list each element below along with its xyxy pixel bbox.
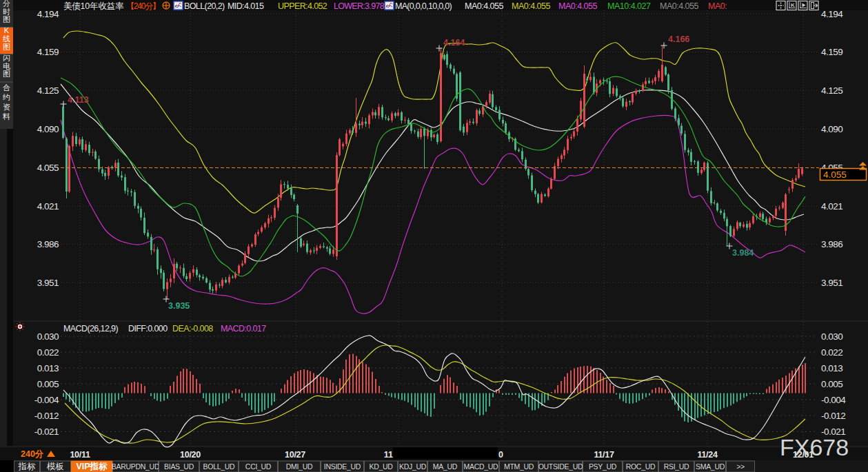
svg-text:4.164: 4.164 xyxy=(443,38,465,48)
svg-text:PSY_UD: PSY_UD xyxy=(589,462,617,471)
svg-text:模板: 模板 xyxy=(46,462,64,471)
svg-text:分: 分 xyxy=(3,0,10,8)
svg-text:4.113: 4.113 xyxy=(68,95,89,105)
svg-text:约: 约 xyxy=(2,93,10,101)
svg-text:OUTSIDE_UD: OUTSIDE_UD xyxy=(538,462,583,471)
svg-text:合: 合 xyxy=(3,83,10,92)
svg-text:MA0:4.055: MA0:4.055 xyxy=(660,1,699,11)
svg-text:CCI_UD: CCI_UD xyxy=(245,462,272,471)
svg-text:BOLL_UD: BOLL_UD xyxy=(203,462,235,471)
svg-text:11: 11 xyxy=(384,450,393,460)
svg-text:线: 线 xyxy=(3,34,10,43)
svg-text:240分: 240分 xyxy=(21,449,44,459)
svg-text:KDJ_UD: KDJ_UD xyxy=(399,462,427,471)
svg-text:MA0:4.055: MA0:4.055 xyxy=(558,1,598,11)
svg-text:3.986: 3.986 xyxy=(821,239,842,249)
svg-text:0.022: 0.022 xyxy=(821,347,842,358)
svg-text:资: 资 xyxy=(3,103,10,111)
svg-text:KD_UD: KD_UD xyxy=(369,462,393,471)
svg-text:ROC_UD: ROC_UD xyxy=(626,462,656,471)
svg-text:指标: 指标 xyxy=(18,462,37,471)
svg-text:VIP指标: VIP指标 xyxy=(76,462,108,471)
svg-text:4.055: 4.055 xyxy=(823,170,847,180)
svg-text:BIAS_UD: BIAS_UD xyxy=(164,462,194,471)
svg-text:K: K xyxy=(791,2,795,8)
svg-text:4.090: 4.090 xyxy=(821,124,842,134)
svg-text:料: 料 xyxy=(2,112,10,121)
svg-text:4.125: 4.125 xyxy=(821,85,842,96)
svg-text:图: 图 xyxy=(3,43,10,51)
svg-text:DMI_UD: DMI_UD xyxy=(286,462,313,471)
svg-text:MA0:4.055: MA0:4.055 xyxy=(465,1,504,11)
svg-text:MID:4.015: MID:4.015 xyxy=(228,1,264,11)
svg-text:3.951: 3.951 xyxy=(37,278,59,288)
svg-text:LOWER:3.978: LOWER:3.978 xyxy=(334,1,385,11)
svg-text:BARUPDN_UD: BARUPDN_UD xyxy=(112,462,160,471)
svg-text:FX678: FX678 xyxy=(780,434,849,460)
svg-text:【240分】: 【240分】 xyxy=(126,1,160,11)
svg-text:MA(0,0,0,10,0,0): MA(0,0,0,10,0,0) xyxy=(395,1,452,11)
svg-text:电: 电 xyxy=(3,62,10,70)
svg-text:4.159: 4.159 xyxy=(821,47,842,57)
svg-text:-0.012: -0.012 xyxy=(34,411,59,421)
svg-text:>>: >> xyxy=(736,462,745,471)
svg-text:4.125: 4.125 xyxy=(37,85,59,96)
svg-text:MA10:4.027: MA10:4.027 xyxy=(607,1,651,11)
svg-text:图: 图 xyxy=(3,15,10,23)
svg-text:3.984: 3.984 xyxy=(732,248,754,258)
svg-text:11/17: 11/17 xyxy=(594,450,614,460)
svg-text:4.166: 4.166 xyxy=(668,34,689,44)
svg-text:MACD_UD: MACD_UD xyxy=(464,462,499,471)
svg-text:0.013: 0.013 xyxy=(37,363,59,373)
svg-text:4.090: 4.090 xyxy=(37,124,59,134)
svg-text:3.986: 3.986 xyxy=(37,239,59,249)
svg-text:10/27: 10/27 xyxy=(285,450,305,460)
svg-text:UPPER:4.052: UPPER:4.052 xyxy=(278,1,327,11)
svg-text:0.030: 0.030 xyxy=(821,331,842,342)
svg-text:-0.021: -0.021 xyxy=(34,427,59,437)
svg-text:美债10年收益率: 美债10年收益率 xyxy=(63,1,124,11)
svg-text:MA0:: MA0: xyxy=(708,1,727,11)
svg-text:INSIDE_UD: INSIDE_UD xyxy=(324,462,361,471)
svg-text:11/24: 11/24 xyxy=(697,450,717,460)
svg-text:0.013: 0.013 xyxy=(821,363,842,373)
svg-text:10/20: 10/20 xyxy=(180,450,201,460)
svg-text:时: 时 xyxy=(3,8,10,16)
svg-text:MA0:4.055: MA0:4.055 xyxy=(512,1,551,11)
svg-text:0: 0 xyxy=(498,450,503,460)
svg-text:4.159: 4.159 xyxy=(37,47,59,57)
svg-text:-0.012: -0.012 xyxy=(821,411,845,421)
svg-text:-0.004: -0.004 xyxy=(34,395,59,405)
svg-text:RSI_UD: RSI_UD xyxy=(664,462,689,471)
svg-text:SMA_UD: SMA_UD xyxy=(696,462,725,471)
svg-text:0.005: 0.005 xyxy=(821,379,842,389)
svg-text:MACD(26,12,9): MACD(26,12,9) xyxy=(63,324,118,334)
svg-text:4.021: 4.021 xyxy=(37,201,59,212)
svg-text:3.951: 3.951 xyxy=(821,278,842,288)
svg-text:闪: 闪 xyxy=(3,54,10,62)
svg-text:10/11: 10/11 xyxy=(70,450,90,460)
svg-text:4.021: 4.021 xyxy=(821,201,842,212)
svg-text:MACD:0.017: MACD:0.017 xyxy=(221,324,266,334)
svg-text:MTM_UD: MTM_UD xyxy=(504,462,534,471)
svg-text:DEA:-0.008: DEA:-0.008 xyxy=(172,324,213,334)
svg-text:4.055: 4.055 xyxy=(37,163,59,173)
svg-text:4.194: 4.194 xyxy=(37,9,59,19)
svg-text:MA_UD: MA_UD xyxy=(433,462,458,471)
svg-text:DIFF:0.000: DIFF:0.000 xyxy=(128,324,168,334)
svg-text:图: 图 xyxy=(3,70,10,78)
svg-text:-0.004: -0.004 xyxy=(821,395,846,405)
svg-text:0.005: 0.005 xyxy=(37,379,59,389)
svg-text:0.030: 0.030 xyxy=(37,331,59,342)
svg-text:3.935: 3.935 xyxy=(168,301,190,311)
svg-text:K: K xyxy=(4,26,10,34)
svg-text:4.194: 4.194 xyxy=(821,9,843,19)
svg-text:0.022: 0.022 xyxy=(37,347,59,358)
svg-text:BOLL(20,2): BOLL(20,2) xyxy=(184,1,225,11)
